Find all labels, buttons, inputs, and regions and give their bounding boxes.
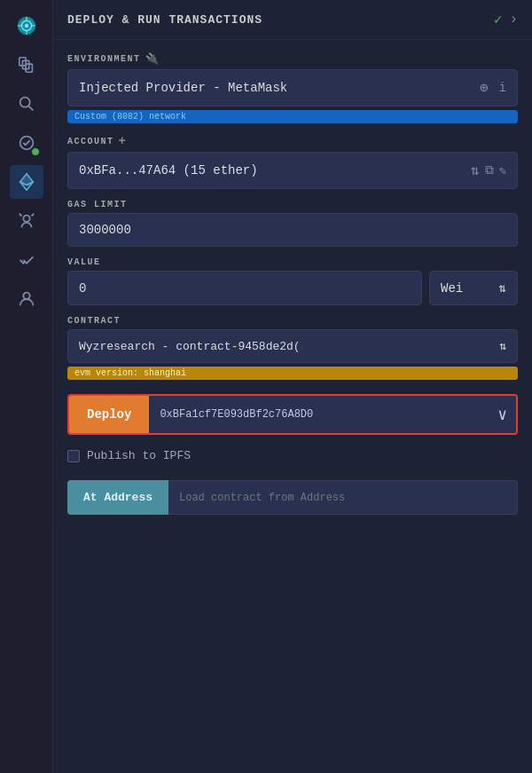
deploy-address: 0xBFa1cf7E093dBf2c76A8D0 [149, 396, 489, 433]
content-area: ENVIRONMENT 🔌 Injected Provider - MetaMa… [53, 40, 532, 773]
sidebar [0, 0, 53, 773]
value-row: Wei ⇅ [67, 271, 518, 305]
environment-label: ENVIRONMENT 🔌 [67, 52, 518, 66]
sidebar-item-eth[interactable] [10, 165, 43, 199]
publish-label: Publish to IPFS [87, 449, 191, 462]
environment-group: ENVIRONMENT 🔌 Injected Provider - MetaMa… [67, 52, 518, 123]
value-unit: Wei [441, 281, 463, 296]
account-copy-icon[interactable]: ⧉ [485, 163, 494, 177]
contract-value: Wyzresearch - contract-9458de2d( [79, 340, 499, 353]
deploy-dropdown-icon[interactable]: ∨ [489, 396, 516, 433]
header-title: DEPLOY & RUN TRANSACTIONS [67, 13, 487, 27]
environment-select[interactable]: Injected Provider - MetaMask ⊕ i [67, 69, 518, 106]
at-address-row: At Address [67, 480, 518, 515]
gas-limit-input[interactable] [67, 213, 518, 247]
environment-value: Injected Provider - MetaMask [79, 81, 287, 95]
gas-limit-label: GAS LIMIT [67, 200, 518, 209]
header-arrow-icon[interactable]: › [509, 12, 518, 28]
value-unit-select[interactable]: Wei ⇅ [429, 271, 518, 305]
svg-point-2 [24, 24, 27, 28]
account-group: ACCOUNT + 0xBFa...47A64 (15 ether) ⇅ ⧉ ✎ [67, 134, 518, 189]
header-check-icon: ✓ [494, 11, 503, 28]
account-value: 0xBFa...47A64 (15 ether) [79, 163, 466, 177]
sidebar-item-files[interactable] [10, 48, 43, 82]
environment-chevron: ⊕ [480, 79, 489, 97]
value-group: VALUE Wei ⇅ [67, 257, 518, 305]
value-label: VALUE [67, 257, 518, 267]
contract-select[interactable]: Wyzresearch - contract-9458de2d( ⇅ [67, 329, 518, 363]
account-chevron[interactable]: ⇅ [471, 162, 480, 179]
sidebar-item-user[interactable] [10, 282, 43, 316]
publish-checkbox[interactable] [67, 450, 80, 462]
main-panel: DEPLOY & RUN TRANSACTIONS ✓ › ENVIRONMEN… [53, 0, 532, 773]
plug-icon: 🔌 [145, 52, 160, 66]
account-label: ACCOUNT + [67, 134, 518, 148]
deploy-row: Deploy 0xBFa1cf7E093dBf2c76A8D0 ∨ [67, 394, 518, 435]
svg-point-14 [23, 216, 29, 222]
at-address-button[interactable]: At Address [67, 480, 168, 515]
gas-limit-group: GAS LIMIT [67, 200, 518, 247]
value-unit-chevron: ⇅ [499, 280, 506, 296]
account-row: 0xBFa...47A64 (15 ether) ⇅ ⧉ ✎ [67, 152, 518, 189]
deploy-button[interactable]: Deploy [69, 396, 149, 433]
evm-badge: evm version: shanghai [67, 367, 518, 380]
contract-group: CONTRACT Wyzresearch - contract-9458de2d… [67, 316, 518, 380]
svg-line-16 [31, 214, 34, 217]
sidebar-item-debug[interactable] [10, 204, 43, 238]
sidebar-logo[interactable] [10, 9, 43, 43]
sidebar-item-verify[interactable] [10, 243, 43, 277]
contract-label: CONTRACT [67, 316, 518, 326]
account-plus-icon[interactable]: + [119, 134, 128, 148]
value-amount-input[interactable] [67, 271, 422, 305]
network-badge: Custom (8082) network [67, 110, 518, 123]
environment-info-icon[interactable]: i [499, 81, 506, 95]
contract-chevron: ⇅ [499, 339, 506, 353]
svg-point-17 [23, 293, 29, 299]
header: DEPLOY & RUN TRANSACTIONS ✓ › [53, 0, 532, 40]
load-contract-input[interactable] [168, 480, 518, 515]
sidebar-item-deploy[interactable] [10, 126, 43, 160]
sidebar-item-search[interactable] [10, 87, 43, 121]
deploy-active-indicator [31, 147, 40, 156]
svg-line-11 [28, 106, 33, 110]
svg-point-10 [20, 98, 29, 107]
account-edit-icon[interactable]: ✎ [499, 163, 506, 178]
svg-line-15 [19, 214, 21, 217]
publish-row: Publish to IPFS [67, 449, 518, 462]
